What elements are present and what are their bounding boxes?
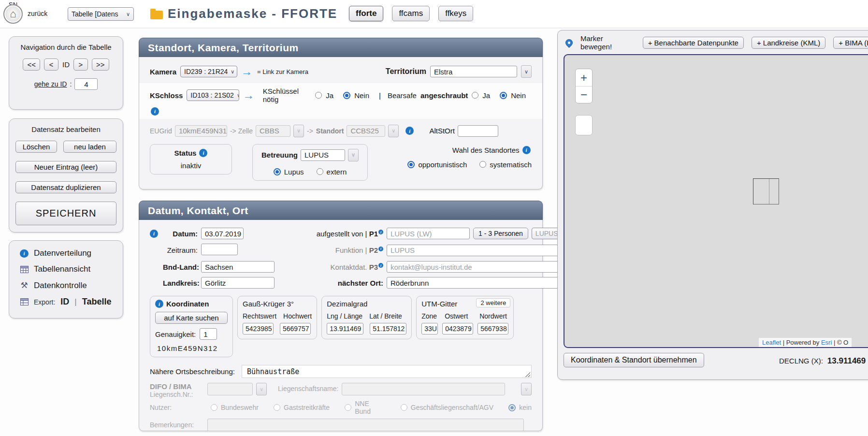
- landkreise-kml-button[interactable]: + Landkreise (KML): [752, 37, 825, 49]
- status-value: inaktiv: [159, 161, 223, 170]
- first-record-button[interactable]: <<: [23, 58, 40, 71]
- tab-ffkeys[interactable]: ffkeys: [438, 6, 473, 21]
- chevron-down-icon: ∨: [524, 69, 528, 75]
- gk-col2: Hochwert: [283, 312, 312, 320]
- esri-link[interactable]: Esri: [821, 339, 832, 346]
- kschluessel-nein-radio[interactable]: [343, 92, 350, 99]
- home-button[interactable]: ⌂: [3, 4, 23, 24]
- wahl-opportunistisch-label: opportunistisch: [418, 160, 467, 169]
- ortsbeschreibung-textarea[interactable]: Bühnaustraße: [242, 365, 532, 378]
- altstort-input[interactable]: [458, 125, 498, 137]
- info-icon[interactable]: i: [405, 127, 414, 135]
- tab-ffcams[interactable]: ffcams: [392, 6, 430, 21]
- datenverteilung-link[interactable]: i Datenverteilung: [20, 248, 123, 258]
- bearsafe-nein-radio[interactable]: [500, 92, 507, 99]
- lat-input[interactable]: 51.157812: [370, 323, 406, 334]
- rechtswert-input[interactable]: 5423985: [243, 323, 274, 334]
- zoom-in-button[interactable]: +: [576, 69, 592, 86]
- kschloss-link-arrow-icon[interactable]: →: [243, 91, 254, 99]
- difo-bima-section: DIFO / BIMA Liegensch.Nr.: ∨ Liegenschaf…: [139, 378, 542, 431]
- ortsbeschreibung-value: Bühnaustraße: [247, 367, 299, 376]
- info-icon[interactable]: i: [378, 230, 383, 234]
- zoom-out-button[interactable]: −: [576, 86, 592, 103]
- back-label[interactable]: zurück: [28, 10, 47, 17]
- bearsafe-ja-radio[interactable]: [472, 92, 478, 99]
- leaflet-link[interactable]: Leaflet: [762, 339, 781, 346]
- info-icon[interactable]: i: [151, 107, 159, 116]
- export-table-link[interactable]: Tabelle: [82, 297, 112, 307]
- gauss-krueger-box: Gauß-Krüger 3° Rechtswert Hochwert 54239…: [237, 296, 317, 339]
- gk-col1: Rechtswert: [243, 312, 276, 320]
- genauigkeit-input[interactable]: 1: [200, 328, 217, 340]
- kschloss-select[interactable]: ID103 : 21S02 ∨: [187, 89, 239, 101]
- wahl-systematisch-radio[interactable]: [479, 161, 486, 168]
- p1-input[interactable]: LUPUS (LW): [387, 228, 470, 239]
- wahl-opportunistisch-radio[interactable]: [407, 161, 415, 168]
- territorium-dropdown-button[interactable]: ∨: [521, 65, 532, 78]
- kschluessel-ja-radio[interactable]: [315, 92, 322, 99]
- tab-fforte[interactable]: fforte: [349, 6, 383, 21]
- datum-input[interactable]: 03.07.2019: [201, 228, 244, 239]
- zelle-dropdown-button: ∨: [293, 125, 304, 137]
- info-icon[interactable]: i: [378, 247, 383, 251]
- table-select[interactable]: Tabelle [Datens ∨: [68, 7, 134, 21]
- info-icon[interactable]: i: [155, 300, 163, 308]
- map-layers-control[interactable]: [575, 115, 593, 135]
- betreuung-lupus-radio[interactable]: [274, 168, 281, 175]
- camera-link-arrow-icon[interactable]: →: [241, 68, 252, 75]
- betreuung-extern-radio[interactable]: [317, 168, 323, 175]
- liegensch-nr-label: Liegensch.Nr.:: [150, 391, 204, 398]
- betreuung-input[interactable]: LUPUS: [301, 149, 345, 161]
- reload-button[interactable]: neu laden: [63, 141, 116, 153]
- map-marker-icon: [564, 37, 574, 47]
- zeitraum-input[interactable]: [201, 244, 238, 255]
- last-record-button[interactable]: >>: [92, 58, 109, 71]
- ort-input[interactable]: Röderbrunn: [387, 277, 579, 289]
- landkreis-input[interactable]: Görlitz: [201, 277, 275, 289]
- bima-kml-button[interactable]: + BIMA (KML): [833, 37, 868, 49]
- nordwert-input[interactable]: 5667938: [477, 323, 508, 334]
- betreuung-dropdown-button[interactable]: ∨: [348, 149, 359, 161]
- chevron-down-icon: ∨: [237, 92, 239, 99]
- koordinaten-uebernehmen-button[interactable]: Koordinaten & Standort übernehmen: [564, 353, 704, 367]
- p2-label: Funktion | P2i: [286, 246, 383, 254]
- kschluessel-nein-label: Nein: [354, 91, 369, 100]
- prev-record-button[interactable]: <: [44, 58, 58, 71]
- eugrid-input: 10kmE459N312: [175, 125, 227, 137]
- utm-more-button[interactable]: 2 weitere: [476, 298, 510, 307]
- goto-id-link[interactable]: gehe zu ID: [34, 80, 67, 88]
- hochwert-input[interactable]: 5669757: [280, 323, 311, 334]
- info-icon[interactable]: i: [199, 149, 207, 157]
- delete-button[interactable]: Löschen: [15, 141, 57, 153]
- benachbarte-datenpunkte-button[interactable]: + Benachbarte Datenpunkte: [643, 37, 744, 49]
- next-record-button[interactable]: >: [73, 58, 88, 71]
- lng-input[interactable]: 13.911469: [327, 323, 363, 334]
- personen-button[interactable]: 1 - 3 Personen: [473, 228, 528, 239]
- p3-input[interactable]: kontakt@lupus-institut.de: [387, 261, 579, 273]
- goto-id-input[interactable]: 4: [74, 78, 98, 90]
- datenkontrolle-link[interactable]: ⚒ Datenkontrolle: [20, 280, 123, 291]
- duplicate-button[interactable]: Datensatz duplizieren: [15, 181, 116, 193]
- territorium-input[interactable]: Elstra: [430, 66, 517, 77]
- info-icon[interactable]: i: [150, 230, 158, 238]
- p2-input[interactable]: LUPUS: [387, 245, 579, 256]
- karte-suchen-button[interactable]: auf Karte suchen: [155, 312, 228, 324]
- map-canvas[interactable]: + − Leaflet | Powered by Esri | © O: [564, 54, 868, 348]
- save-button[interactable]: SPEICHERN: [15, 202, 116, 225]
- export-id-link[interactable]: ID: [60, 297, 69, 307]
- zelle-label: -> Zelle: [230, 127, 253, 135]
- info-icon[interactable]: i: [522, 146, 531, 154]
- zone-input[interactable]: 33U: [421, 323, 438, 334]
- marker-bewegen-label: Marker bewegen!: [580, 34, 635, 51]
- camera-link-hint: = Link zur Kamera: [257, 68, 308, 75]
- status-label: Status: [174, 149, 197, 157]
- resize-handle[interactable]: [525, 372, 530, 377]
- zelle-input: CBBS: [256, 125, 290, 137]
- info-icon[interactable]: i: [378, 263, 383, 268]
- bndland-input[interactable]: Sachsen: [201, 261, 275, 273]
- kamera-select[interactable]: ID239 : 21R24 ∨: [180, 66, 237, 77]
- bemerkungen-input: [207, 419, 524, 431]
- tabellenansicht-link[interactable]: Tabellenansicht: [20, 264, 123, 274]
- ostwert-input[interactable]: 0423879: [442, 323, 473, 334]
- new-entry-button[interactable]: Neuer Eintrag (leer): [15, 161, 116, 173]
